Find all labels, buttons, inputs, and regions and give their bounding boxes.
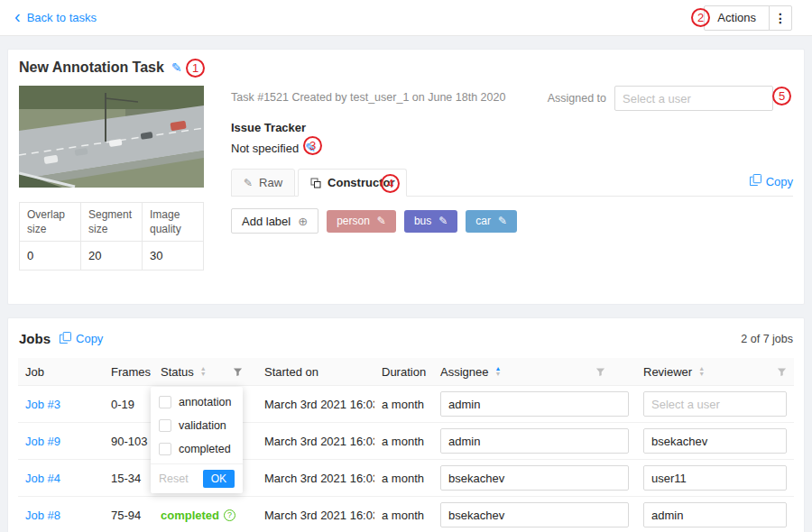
issue-tracker-value: Not specified [231, 142, 299, 155]
actions-button[interactable]: Actions [704, 5, 770, 31]
jobs-header: Jobs Copy 2 of 7 jobs [19, 331, 793, 346]
jobs-table-header: Job Frames Status ▲▼ Started on Duration… [18, 358, 794, 386]
assignee-input[interactable] [440, 428, 629, 454]
filter-assignee-icon[interactable] [595, 367, 605, 377]
assignee-input[interactable] [440, 502, 629, 527]
task-details-card: New Annotation Task ✎ Overlap size Segme… [7, 49, 805, 305]
started-value: March 3rd 2021 16:03 [264, 509, 374, 522]
job-link[interactable]: Job #8 [25, 509, 60, 522]
assignee-input[interactable] [440, 465, 629, 491]
sort-assignee-icon[interactable]: ▲▼ [494, 366, 501, 377]
pencil-icon: ✎ [244, 177, 253, 189]
assigned-to-label: Assigned to [548, 92, 606, 105]
column-assignee[interactable]: Assignee ▲▼ [433, 365, 636, 379]
param-value-quality: 30 [143, 242, 204, 271]
label-tag-person[interactable]: person ✎ [327, 210, 396, 233]
assignee-input[interactable] [440, 391, 629, 417]
reviewer-input[interactable] [643, 465, 787, 491]
actions-menu-button[interactable]: ⋮ [769, 5, 792, 31]
assigned-to-input[interactable] [614, 86, 773, 111]
edit-title-icon[interactable]: ✎ [171, 60, 182, 75]
label-tag-bus[interactable]: bus ✎ [404, 210, 457, 233]
column-duration-label: Duration [382, 365, 426, 379]
frames-value: 75-94 [111, 509, 141, 522]
copy-jobs-link[interactable]: Copy [60, 332, 103, 346]
job-link[interactable]: Job #9 [25, 435, 60, 448]
filter-option-completed[interactable]: completed [151, 437, 243, 461]
column-reviewer[interactable]: Reviewer ▲▼ [636, 365, 794, 379]
back-to-tasks-label: Back to tasks [27, 11, 97, 24]
label-name: car [475, 215, 491, 227]
duration-value: a month [382, 435, 424, 448]
edit-label-icon[interactable]: ✎ [438, 215, 448, 227]
column-reviewer-label: Reviewer [643, 365, 692, 379]
task-parameters-table: Overlap size Segment size Image quality … [19, 202, 204, 271]
reviewer-input[interactable] [643, 502, 787, 527]
add-label-text: Add label [242, 215, 291, 228]
job-link[interactable]: Job #4 [25, 472, 60, 485]
reset-button[interactable]: Reset [159, 472, 189, 485]
checkbox-validation[interactable] [159, 419, 171, 432]
column-started-label: Started on [264, 365, 318, 379]
started-value: March 3rd 2021 16:03 [264, 472, 374, 485]
checkbox-annotation[interactable] [159, 396, 171, 408]
frames-value: 0-19 [111, 398, 134, 411]
ok-button[interactable]: OK [203, 470, 235, 488]
annotation-circle-3: 3 [303, 136, 322, 155]
question-circle-icon[interactable]: ? [224, 509, 235, 521]
back-chevron-icon: ‹ [14, 7, 21, 25]
annotation-circle-4: 4 [381, 174, 400, 193]
sort-reviewer-icon[interactable]: ▲▼ [698, 366, 705, 377]
column-status[interactable]: Status ▲▼ [153, 365, 257, 379]
started-value: March 3rd 2021 16:03 [264, 435, 374, 448]
task-meta-text: Task #1521 Created by test_user_1 on Jun… [231, 91, 505, 104]
edit-label-icon[interactable]: ✎ [377, 215, 386, 227]
started-value: March 3rd 2021 16:03 [264, 398, 374, 411]
params-header-row: Overlap size Segment size Image quality [20, 203, 204, 242]
add-label-button[interactable]: Add label ⊕ [231, 208, 318, 234]
annotation-circle-1: 1 [186, 59, 205, 78]
column-frames: Frames [104, 365, 153, 379]
status-filter-dropdown: annotation validation completed Reset OK [151, 387, 243, 493]
labels-tabs: ✎ Raw Constructor Copy [231, 167, 793, 197]
column-job-label: Job [25, 365, 44, 379]
tab-raw-label: Raw [259, 176, 282, 189]
tab-raw[interactable]: ✎ Raw [231, 169, 295, 197]
task-preview-image [19, 86, 204, 188]
duration-value: a month [382, 472, 424, 485]
status-value: completed [161, 509, 219, 522]
duration-value: a month [382, 509, 424, 522]
edit-label-icon[interactable]: ✎ [498, 215, 507, 227]
sort-status-icon[interactable]: ▲▼ [200, 366, 207, 377]
column-status-label: Status [161, 365, 194, 379]
params-value-row: 0 20 30 [20, 242, 204, 271]
reviewer-input[interactable] [643, 391, 787, 417]
checkbox-completed[interactable] [159, 443, 171, 455]
annotation-circle-5: 5 [772, 87, 791, 105]
column-duration: Duration [374, 365, 433, 379]
copy-labels-text: Copy [766, 175, 793, 188]
reviewer-input[interactable] [643, 428, 787, 454]
copy-labels-link[interactable]: Copy [750, 174, 793, 196]
filter-option-validation[interactable]: validation [151, 414, 243, 437]
filter-option-label: annotation [179, 396, 231, 408]
filter-status-icon[interactable] [233, 367, 243, 377]
top-bar: ‹ Back to tasks Actions ⋮ [0, 0, 812, 36]
jobs-table: Job Frames Status ▲▼ Started on Duration… [18, 358, 794, 532]
back-to-tasks-link[interactable]: ‹ Back to tasks [14, 10, 97, 25]
frames-value: 90-103 [111, 435, 147, 448]
filter-reviewer-icon[interactable] [777, 367, 787, 377]
filter-footer: Reset OK [151, 463, 243, 493]
label-tag-car[interactable]: car ✎ [466, 210, 517, 233]
column-started-on: Started on [257, 365, 374, 379]
jobs-card: Jobs Copy 2 of 7 jobs Job Frames Status … [7, 317, 805, 532]
column-frames-label: Frames [111, 365, 151, 379]
column-job: Job [18, 365, 104, 379]
filter-option-label: completed [179, 443, 231, 455]
param-value-segment: 20 [81, 242, 143, 271]
param-header-overlap: Overlap size [20, 203, 81, 242]
job-link[interactable]: Job #3 [25, 398, 60, 411]
column-assignee-label: Assignee [440, 365, 488, 379]
filter-option-annotation[interactable]: annotation [151, 390, 243, 414]
job-row-3: Job #3 0-19 March 3rd 2021 16:03 a month [18, 386, 794, 423]
